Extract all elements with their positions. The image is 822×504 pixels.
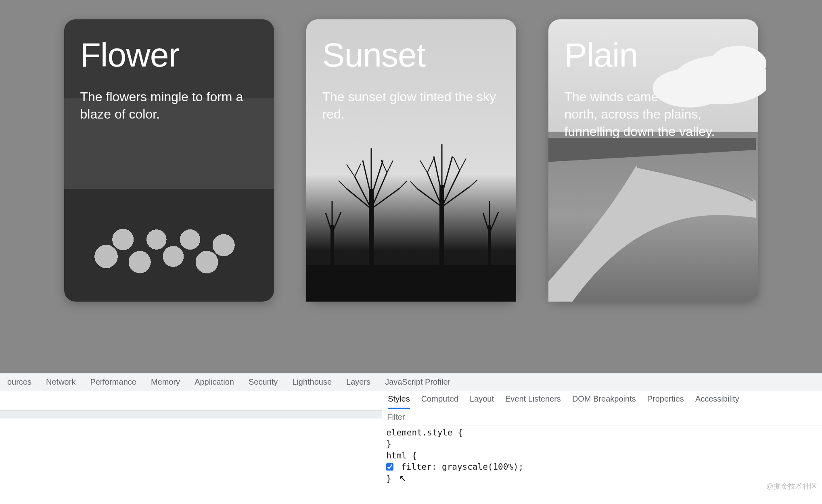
rule-elementstyle-open: { [453,428,463,437]
rule-html-value[interactable]: grayscale(100%) [442,462,519,472]
rule-elementstyle-selector[interactable]: element.style [386,428,452,437]
card-flower-desc: The flowers mingle to form a blaze of co… [80,88,258,123]
tab-application[interactable]: Application [195,377,234,387]
card-sunset-title: Sunset [322,35,500,75]
subtab-styles[interactable]: Styles [388,394,410,409]
card-plain: Plain The winds came from the north, acr… [548,19,758,302]
card-plain-desc: The winds came from the north, across th… [565,88,742,141]
svg-rect-0 [306,265,516,302]
styles-pane: Styles Computed Layout Event Listeners D… [382,391,822,504]
subtab-computed[interactable]: Computed [421,394,458,409]
rule-html-filter-toggle[interactable] [386,463,393,471]
svg-rect-4 [488,225,491,273]
subtab-dom-breakpoints[interactable]: DOM Breakpoints [572,394,636,409]
card-flower: Flower The flowers mingle to form a blaz… [64,19,274,302]
devtools-body: Styles Computed Layout Event Listeners D… [0,391,822,504]
styles-sub-tabs: Styles Computed Layout Event Listeners D… [382,391,822,409]
card-flower-title: Flower [80,35,258,75]
tab-lighthouse[interactable]: Lighthouse [292,377,332,387]
subtab-event-listeners[interactable]: Event Listeners [505,394,561,409]
svg-rect-1 [369,189,374,273]
styles-filter-input[interactable] [382,409,822,425]
svg-rect-3 [330,225,334,273]
card-sunset-desc: The sunset glow tinted the sky red. [322,88,500,123]
rule-html-prop[interactable]: filter [401,462,432,472]
plain-road-illustration [548,138,756,302]
tab-sources[interactable]: ources [7,377,31,387]
elements-selected-row[interactable] [0,410,382,419]
card-plain-title: Plain [565,35,742,75]
rule-html-colon: : [432,462,442,472]
page-preview: Flower The flowers mingle to form a blaz… [0,0,822,373]
subtab-properties[interactable]: Properties [647,394,684,409]
svg-rect-2 [439,185,444,273]
styles-rules[interactable]: element.style { } html { filter: graysca… [382,425,822,486]
rule-html-open: { [407,451,417,460]
cursor-icon: ↖ [399,473,406,483]
tab-network[interactable]: Network [46,377,75,387]
styles-filter-row [382,409,822,425]
elements-toolbar [0,391,382,410]
subtab-accessibility[interactable]: Accessibility [695,394,739,409]
tab-jsprofiler[interactable]: JavaScript Profiler [385,377,450,387]
devtools-top-tabs: ources Network Performance Memory Applic… [0,373,822,391]
tab-layers[interactable]: Layers [346,377,370,387]
watermark-text: @掘金技术社区 [766,481,817,491]
tab-performance[interactable]: Performance [90,377,136,387]
rule-elementstyle-close: } [386,439,391,449]
sunset-trees-illustration [306,104,516,302]
subtab-layout[interactable]: Layout [470,394,494,409]
rule-html-semicolon: ; [519,462,524,472]
elements-tree-pane[interactable] [0,391,382,504]
rule-html-close: } [386,474,391,483]
tab-memory[interactable]: Memory [151,377,180,387]
devtools-panel: ources Network Performance Memory Applic… [0,373,822,504]
rule-html-selector[interactable]: html [386,451,407,460]
card-sunset: Sunset The sunset glow tinted the sky re… [306,19,516,302]
tab-security[interactable]: Security [249,377,278,387]
